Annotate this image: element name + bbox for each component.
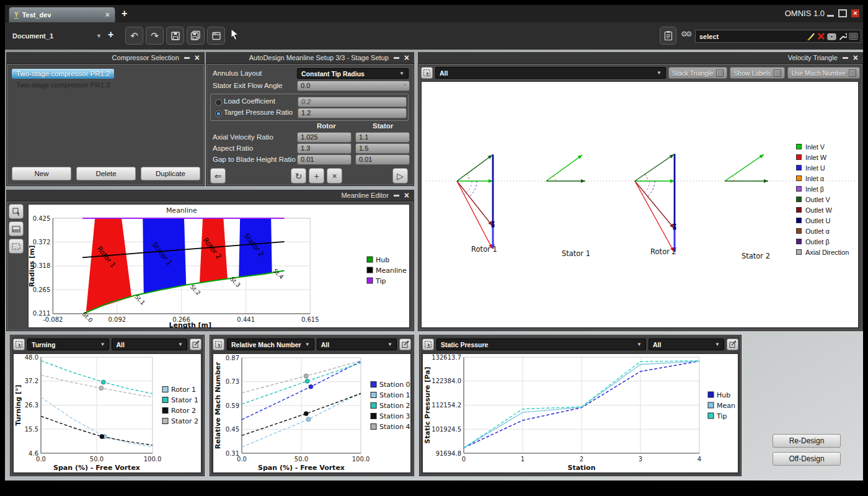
select-input[interactable]: [698, 32, 805, 41]
load-coefficient-input[interactable]: 0.2: [298, 97, 407, 107]
brush-icon[interactable]: [807, 32, 815, 41]
mach-variable-dropdown[interactable]: Relative Mach Number ▼: [227, 339, 314, 350]
annulus-layout-value: Constant Tip Radius: [301, 70, 396, 78]
svg-text:Hub: Hub: [376, 256, 389, 264]
previous-step-button[interactable]: ⇐: [210, 168, 226, 184]
selection-box-tool[interactable]: [9, 239, 24, 254]
svg-text:0.425: 0.425: [33, 215, 51, 222]
save-button[interactable]: [166, 27, 184, 45]
close-panel-icon[interactable]: ×: [404, 55, 409, 61]
document-selector[interactable]: Document_1 ▼: [10, 30, 104, 42]
minimize-panel-icon[interactable]: [394, 195, 399, 197]
minimize-panel-icon[interactable]: [394, 57, 399, 59]
redo-button[interactable]: ↷: [146, 27, 164, 45]
pressure-filter-dropdown[interactable]: All ▼: [649, 339, 724, 350]
target-pressure-ratio-label: Target Pressure Ratio: [224, 108, 293, 116]
mach-chart: 0.050.0100.00.870.730.590.450.31Span (%)…: [213, 354, 411, 473]
save-all-button[interactable]: [187, 27, 205, 45]
toggle-use-mach-number[interactable]: Use Mach Number: [787, 67, 860, 79]
fit-view-button[interactable]: [213, 339, 224, 350]
checkbox-icon[interactable]: [774, 69, 781, 77]
layout-button[interactable]: [207, 27, 225, 45]
popout-button[interactable]: [727, 339, 738, 350]
popout-button[interactable]: [190, 339, 202, 350]
remove-stage-button[interactable]: ×: [327, 168, 342, 184]
close-window-icon[interactable]: ×: [851, 9, 859, 17]
fit-view-button[interactable]: [13, 339, 25, 350]
axial-velocity-stator-input[interactable]: 1.1: [355, 132, 410, 143]
variable-value: Turning: [32, 341, 96, 348]
command-bar: [695, 30, 861, 43]
pressure-variable-dropdown[interactable]: Static Pressure ▼: [436, 339, 646, 350]
filter-value: All: [116, 341, 174, 348]
tab-test-dev[interactable]: Y Test_dev ×: [9, 7, 115, 22]
main-toolbar: Document_1 ▼ + ↶ ↷ ⚙⚙: [5, 22, 863, 50]
add-stage-button[interactable]: +: [309, 168, 324, 184]
aspect-ratio-stator-input[interactable]: 1.5: [355, 143, 410, 154]
svg-text:0.45: 0.45: [226, 426, 239, 433]
annulus-layout-dropdown[interactable]: Constant Tip Radius ▼: [297, 68, 409, 79]
stator-exit-input[interactable]: 0.0 °: [297, 81, 410, 91]
wrench-icon[interactable]: [838, 32, 847, 41]
redesign-button[interactable]: Re-Design: [773, 434, 841, 448]
svg-text:Stator 1: Stator 1: [171, 396, 198, 404]
reset-button[interactable]: ↻: [291, 168, 306, 184]
restore-window-icon[interactable]: [838, 9, 847, 17]
add-document-button[interactable]: +: [108, 29, 113, 40]
duplicate-button[interactable]: Duplicate: [141, 167, 200, 180]
checkbox-icon[interactable]: [849, 69, 856, 77]
select-cursor-icon[interactable]: [229, 29, 240, 43]
turning-variable-dropdown[interactable]: Turning ▼: [27, 339, 109, 350]
close-panel-icon[interactable]: ×: [853, 55, 858, 61]
delete-button[interactable]: Delete: [76, 167, 136, 180]
aspect-ratio-rotor-input[interactable]: 1.3: [297, 143, 352, 154]
popout-button[interactable]: [399, 339, 411, 350]
compressor-item-0[interactable]: Two-stage compressor PR1.2: [12, 69, 114, 79]
row-filter-dropdown[interactable]: All ▼: [435, 67, 666, 79]
area-fill-tool[interactable]: [9, 221, 24, 236]
fit-view-button[interactable]: [422, 339, 434, 350]
svg-text:26.3: 26.3: [25, 402, 38, 409]
gap-blade-stator-input[interactable]: 0.01: [355, 154, 410, 165]
meanline-tools: [9, 204, 26, 256]
svg-text:Static Pressure [Pa]: Static Pressure [Pa]: [423, 367, 432, 444]
target-pressure-ratio-radio[interactable]: [215, 110, 222, 117]
checkbox-icon[interactable]: [716, 69, 724, 77]
velocity-triangle-panel: Velocity Triangle × All ▼ Stack Triangle…: [418, 52, 863, 331]
tab-label: Test_dev: [22, 11, 102, 19]
gap-blade-rotor-input[interactable]: 0.01: [297, 154, 352, 165]
mach-filter-dropdown[interactable]: All ▼: [317, 339, 397, 350]
load-coefficient-label: Load Coefficient: [224, 97, 275, 105]
new-tab-button[interactable]: +: [122, 8, 127, 19]
fit-view-button[interactable]: [421, 67, 433, 79]
compressor-item-1[interactable]: Two-stage compressor PR1.3: [12, 80, 114, 90]
axial-velocity-rotor-input[interactable]: 1.025: [297, 132, 352, 143]
console-icon[interactable]: [849, 32, 858, 40]
snapshot-icon[interactable]: [827, 32, 836, 40]
minimize-panel-icon[interactable]: [184, 57, 190, 59]
run-button[interactable]: ▷: [392, 168, 408, 184]
zoom-select-tool[interactable]: [9, 204, 24, 219]
close-panel-icon[interactable]: ×: [195, 55, 200, 61]
svg-text:Turning [°]: Turning [°]: [14, 384, 22, 425]
tab-close-icon[interactable]: ×: [105, 11, 110, 19]
window-layout-icon: [211, 31, 221, 41]
settings-gears-icon[interactable]: ⚙⚙: [681, 30, 691, 38]
svg-text:Mean: Mean: [717, 402, 735, 410]
legend-item: Outlet U: [796, 215, 849, 226]
toggle-stack-triangle[interactable]: Stack Triangle: [668, 67, 728, 79]
new-button[interactable]: New: [12, 167, 71, 180]
script-editor-button[interactable]: [660, 27, 676, 45]
load-coefficient-radio[interactable]: [215, 99, 222, 106]
toggle-show-labels[interactable]: Show Labels: [730, 67, 785, 79]
svg-text:100.0: 100.0: [144, 456, 162, 463]
minimize-panel-icon[interactable]: [843, 57, 848, 59]
offdesign-button[interactable]: Off-Design: [773, 452, 841, 466]
fit-view-icon: [215, 340, 223, 348]
close-panel-icon[interactable]: ×: [404, 192, 409, 198]
minimize-window-icon[interactable]: [827, 15, 834, 17]
target-pressure-ratio-input[interactable]: 1.2: [298, 108, 407, 118]
undo-button[interactable]: ↶: [125, 27, 143, 45]
turning-filter-dropdown[interactable]: All ▼: [112, 339, 187, 350]
clear-red-x-icon[interactable]: [817, 32, 825, 40]
